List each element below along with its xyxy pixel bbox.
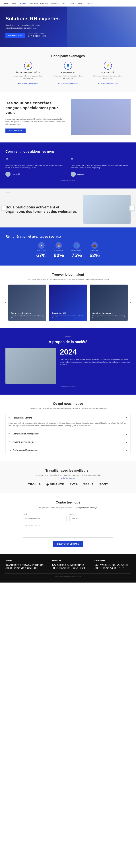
author-avatar-0 [5, 172, 10, 177]
contact-name-group: Name [70, 513, 113, 521]
hero-bg-overlay [67, 6, 136, 47]
testimonial-text-0: Lorem ipsum dolor sit amet, consectetur … [5, 164, 65, 169]
testimonial-0: ❝ Lorem ipsum dolor sit amet, consectetu… [5, 157, 65, 177]
contact-submit-button[interactable]: ENVOYER UN MESSAGE [53, 541, 83, 547]
about-title: À propos de la société [5, 340, 131, 344]
about-section: HISTOIRE À propos de la société 2024 Lor… [0, 328, 136, 395]
nav-about[interactable]: ABOUT US [29, 2, 38, 4]
accordion-header-2[interactable]: 03. Training Development ∨ [6, 438, 130, 446]
about-text: Lorem ipsum dolor sit amet, consectetur … [60, 358, 131, 366]
advantage-icon-1: 👤 [64, 62, 72, 70]
talent-card-desc-2: Lorem ipsum dolor sit amet, consectetur … [92, 315, 125, 318]
accordion-title-1: Compensation Management [13, 433, 126, 435]
partners-section: Travailler avec les meilleurs ! Paragrap… [0, 461, 136, 493]
partners-title: Travailler avec les meilleurs ! [5, 469, 131, 472]
testimonials-title: Comment nous aidons les gens [5, 150, 131, 154]
nav-page3[interactable]: PAGE 3 [78, 2, 84, 4]
partner-logo-2: EV3A [70, 483, 78, 486]
stat-label-1: Formations [54, 250, 64, 251]
advantage-item-1: 👤 EXPÉRIENCE Lorem ipsum dolor sit amet,… [52, 62, 84, 85]
nav-page4[interactable]: PAGE 4 [87, 2, 92, 4]
accordion-header-0[interactable]: 01. Recruitment Staffing ∧ [6, 414, 130, 422]
accordion-item-1: 02. Compensation Management ∨ [6, 430, 130, 438]
partner-logo-4: SONY [99, 483, 108, 486]
stat-icon-2: 👥 [74, 242, 80, 249]
talent-next-button[interactable]: › [128, 301, 133, 305]
contact-title: Contactez-nous [5, 501, 131, 504]
footer-address-2-2: Gaffin 54 3021 31 [102, 566, 125, 570]
accordion-header-1[interactable]: 02. Compensation Management ∨ [6, 430, 130, 438]
hero-phone-block: Appelez: 046/26 sur 707 +011 313 000 [28, 33, 46, 38]
accordion-header-3[interactable]: 04. Performance Management ∨ [6, 446, 130, 454]
about-year: 2024 [60, 348, 131, 356]
contact-email-input[interactable] [23, 516, 66, 521]
author-name-1: Sam Perry [77, 173, 85, 175]
contact-form-row-1: Email Name [23, 513, 113, 521]
talent-prev-button[interactable]: ‹ [3, 301, 8, 305]
talent-card-overlay-2: Solutions innovantes Lorem ipsum dolor s… [90, 310, 128, 321]
accordion: 01. Recruitment Staffing ∧ Lorem ipsum d… [5, 413, 131, 454]
stat-label-2: Recrutement [71, 250, 82, 251]
contact-subtitle: Des questions ou des remarques ? Écrivez… [5, 506, 131, 509]
author-avatar-1 [71, 172, 76, 177]
solutions-image-overlay [71, 99, 131, 135]
hero-cta-button[interactable]: EN SAVOIR PLUS [5, 33, 25, 38]
footer-col-0: Sydney 46 Abshire Freeway Verdafort 8090… [5, 559, 46, 570]
advantage-link-1[interactable]: APPRENDRE ENCORE PLUS [58, 83, 78, 84]
nav-page2[interactable]: PAGE 2 [70, 2, 76, 4]
talent-carousel-wrapper: ‹ Recherche de cadres Lorem ipsum dolor … [5, 285, 131, 321]
logo: logo [4, 2, 8, 4]
stat-2: 👥 Recrutement 75% [71, 242, 82, 258]
hero-text: Sample large text. Lorem ipsum dolor sit… [5, 24, 51, 29]
accordion-toggle-icon-0: ∧ [126, 416, 128, 419]
talent-card-desc-1: Lorem ipsum dolor sit amet, consectetur … [52, 315, 84, 318]
hero-phone-label: Appelez: 046/26 sur 707 [28, 33, 46, 35]
talent-subtitle: Lorem ipsum dolor sit amet, consectetur … [5, 278, 131, 280]
webinar-next-button[interactable]: › [130, 206, 135, 211]
motivation-section: Ce qui nous motive Lorem ipsum dolor sit… [0, 395, 136, 461]
accordion-number-1: 02. [8, 433, 11, 435]
footer-address-0-2: Gaffin de Suite 2063 [13, 566, 39, 570]
nav-accueil[interactable]: ACCUEIL [20, 2, 27, 4]
webinar-image [83, 195, 131, 224]
advantages-section: Principaux avantages 💰 ÉCONOMIES DE COÛT… [0, 47, 136, 92]
hero-actions: EN SAVOIR PLUS Appelez: 046/26 sur 707 +… [5, 33, 67, 38]
talent-card-2: Solutions innovantes Lorem ipsum dolor s… [90, 285, 128, 321]
advantage-link-0[interactable]: APPRENDRE ENCORE PLUS [18, 83, 38, 84]
contact-message-textarea[interactable] [23, 523, 113, 537]
about-text-block: 2024 Lorem ipsum dolor sit amet, consect… [60, 348, 131, 366]
stat-value-2: 75% [71, 252, 82, 258]
solutions-cta-button[interactable]: EN SAVOIR PLUS [5, 128, 26, 133]
stat-value-0: 67% [36, 252, 47, 258]
nav-contact[interactable]: CONTACT [51, 2, 59, 4]
testimonial-author-0: Paul Smith [5, 172, 65, 177]
stat-1: 📚 Formations 90% [54, 242, 64, 258]
talent-card-title-1: Recrutement RH [52, 312, 84, 314]
footer-address-1-0: 127 Collins St [52, 563, 70, 566]
advantage-icon-2: ⚡ [104, 62, 112, 70]
contact-email-label: Email [23, 513, 66, 515]
footer-col-1: Melbourne 127 Collins St Melbourne 3000 … [52, 559, 89, 570]
partners-link[interactable]: Rejoindre Binance [5, 477, 131, 479]
quote-mark-1: ❝ [71, 157, 131, 162]
webinar-title: Nous participons activement et organison… [5, 205, 80, 214]
nav-home[interactable]: HOME [12, 2, 17, 4]
about-label: HISTOIRE [5, 335, 131, 337]
advantage-link-2[interactable]: APPRENDRE ENCORE PLUS [98, 83, 118, 84]
solutions-image [71, 99, 131, 135]
nav-team[interactable]: OUR TEAM [40, 2, 49, 4]
hero-phone-number: +011 313 000 [28, 35, 46, 38]
webinar-prev-button[interactable]: ‹ [1, 206, 6, 211]
footer: Sydney 46 Abshire Freeway Verdafort 8090… [0, 554, 136, 583]
contact-name-input[interactable] [70, 516, 113, 521]
advantages-title: Principaux avantages [5, 54, 131, 58]
webinar-text: Nous participons activement et organison… [5, 205, 80, 214]
nav-page1[interactable]: PAGE 1 [62, 2, 67, 4]
advantage-title-2: FLEXIBILITÉ [91, 71, 124, 73]
accordion-toggle-icon-2: ∨ [126, 440, 128, 443]
advantage-desc-2: Lorem ipsum dolor sit amet, consectetur … [91, 75, 124, 80]
advantage-title-0: ÉCONOMIES DE COÛTS [12, 71, 45, 73]
talent-title: Trouver le bon talent [5, 273, 131, 277]
footer-city-0: Sydney [5, 559, 46, 561]
partner-logo-1: ◆ BINANCE [47, 483, 64, 486]
